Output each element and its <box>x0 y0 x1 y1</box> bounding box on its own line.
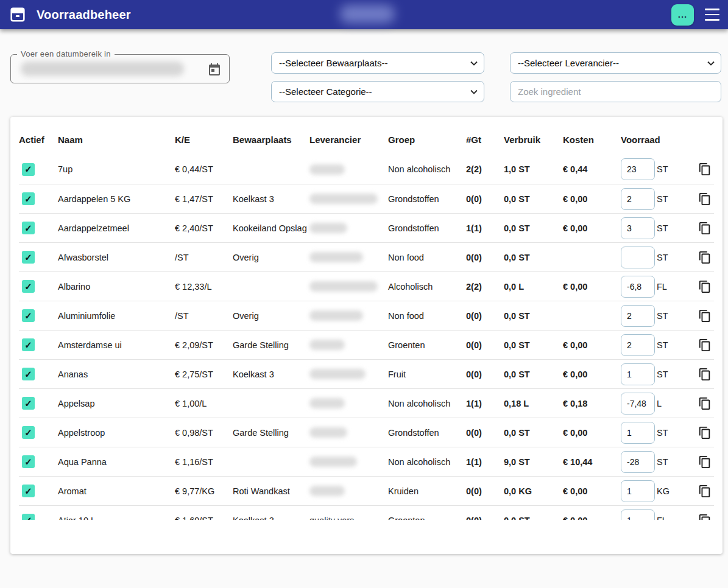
cell-ke: /ST <box>175 253 233 262</box>
voorraad-input[interactable] <box>621 247 655 268</box>
actief-checkbox[interactable]: ✓ <box>22 338 35 351</box>
bewaarplaats-select[interactable]: --Selecteer Bewaarplaats-- <box>271 52 484 74</box>
actief-checkbox[interactable]: ✓ <box>22 485 35 497</box>
cell-gt: 0(0) <box>466 253 504 262</box>
cell-ke: /ST <box>175 311 233 321</box>
copy-icon[interactable] <box>698 192 712 206</box>
copy-icon[interactable] <box>698 280 712 293</box>
cell-kosten: € 0,00 <box>563 340 621 350</box>
cell-gt: 0(0) <box>466 516 504 520</box>
voorraad-input[interactable] <box>621 158 655 180</box>
column-header: Naam <box>58 135 175 145</box>
cell-naam: Afwasborstel <box>58 253 175 262</box>
voorraad-input[interactable] <box>621 217 655 239</box>
actief-checkbox[interactable]: ✓ <box>22 368 35 380</box>
copy-icon[interactable] <box>698 222 712 235</box>
cell-naam: Ananas <box>58 369 175 379</box>
cell-bewaarplaats: Kookeiland Opslag <box>233 223 309 233</box>
table-row: ✓ Aluminiumfolie /ST Overig Non food 0(0… <box>19 301 714 330</box>
table-row: ✓ Aromat € 9,77/KG Roti Wandkast Kruiden… <box>19 476 714 505</box>
actief-checkbox[interactable]: ✓ <box>22 251 35 264</box>
copy-icon[interactable] <box>698 426 712 439</box>
inventory-card: ActiefNaamK/EBewaarplaatsLeverancierGroe… <box>10 117 723 554</box>
table-row: ✓ 7up € 0,44/ST Non alcoholisch 2(2) 1,0… <box>19 155 714 184</box>
cell-groep: Alcoholisch <box>388 282 466 292</box>
voorraad-input[interactable] <box>621 305 655 327</box>
actief-checkbox[interactable]: ✓ <box>22 455 35 468</box>
menu-icon[interactable] <box>705 9 719 21</box>
cell-naam: 7up <box>58 164 175 174</box>
cell-groep: Fruit <box>388 369 466 379</box>
cell-kosten: € 10,44 <box>563 457 621 467</box>
cell-groep: Grondstoffen <box>388 428 466 438</box>
actief-checkbox[interactable]: ✓ <box>22 192 35 205</box>
cell-leverancier <box>309 427 388 438</box>
cell-kosten: € 0,00 <box>563 194 621 204</box>
actief-checkbox[interactable]: ✓ <box>22 163 35 176</box>
actief-checkbox[interactable]: ✓ <box>22 426 35 439</box>
cell-naam: Aluminiumfolie <box>58 311 175 321</box>
voorraad-input[interactable] <box>621 509 655 520</box>
copy-icon[interactable] <box>698 163 712 176</box>
calendar-icon[interactable] <box>207 62 222 77</box>
more-actions-button[interactable]: ... <box>671 4 694 26</box>
voorraad-input[interactable] <box>621 363 655 385</box>
copy-icon[interactable] <box>698 514 712 520</box>
search-ingredient-input[interactable] <box>510 81 721 102</box>
actief-checkbox[interactable]: ✓ <box>22 280 35 293</box>
copy-icon[interactable] <box>698 251 712 264</box>
voorraad-input[interactable] <box>621 393 655 415</box>
cell-leverancier: quality vers... <box>309 516 388 520</box>
unit-label: ST <box>657 311 668 321</box>
cell-verbruik: 0,0 ST <box>504 340 563 350</box>
cell-kosten: € 0,00 <box>563 486 621 496</box>
cell-verbruik: 0,0 ST <box>504 428 563 438</box>
cell-ke: € 0,44/ST <box>175 164 233 174</box>
table-body: ✓ 7up € 0,44/ST Non alcoholisch 2(2) 1,0… <box>19 155 714 520</box>
cell-kosten: € 0,00 <box>563 223 621 233</box>
actief-checkbox[interactable]: ✓ <box>22 309 35 322</box>
redacted-leverancier <box>309 310 363 321</box>
table-row: ✓ Afwasborstel /ST Overig Non food 0(0) … <box>19 242 714 271</box>
leverancier-select[interactable]: --Selecteer Leverancier-- <box>510 52 721 74</box>
cell-bewaarplaats: Roti Wandkast <box>233 486 309 496</box>
cell-leverancier <box>309 164 388 175</box>
redacted-leverancier <box>309 281 378 292</box>
copy-icon[interactable] <box>698 309 712 323</box>
copy-icon[interactable] <box>698 368 712 381</box>
cell-groep: Grondstoffen <box>388 194 466 204</box>
date-range-field[interactable]: Voer een datumbereik in <box>10 54 230 83</box>
unit-label: ST <box>657 223 668 233</box>
copy-icon[interactable] <box>698 485 712 498</box>
cell-groep: Non alcoholisch <box>388 164 466 174</box>
redacted-leverancier <box>309 427 347 438</box>
voorraad-input[interactable] <box>621 422 655 444</box>
table-row: ✓ Albarino € 12,33/L Alcoholisch 2(2) 0,… <box>19 271 714 301</box>
voorraad-input[interactable] <box>621 480 655 502</box>
actief-checkbox[interactable]: ✓ <box>22 397 35 410</box>
cell-gt: 0(0) <box>466 340 504 350</box>
voorraad-input[interactable] <box>621 334 655 356</box>
voorraad-input[interactable] <box>621 276 655 298</box>
cell-leverancier <box>309 310 388 321</box>
copy-icon[interactable] <box>698 455 712 469</box>
column-header: Voorraad <box>621 135 696 145</box>
copy-icon[interactable] <box>698 397 712 410</box>
leverancier-text: quality vers... <box>309 516 361 520</box>
cell-verbruik: 0,0 ST <box>504 311 563 321</box>
cell-leverancier <box>309 457 388 467</box>
categorie-select[interactable]: --Selecteer Categorie-- <box>271 81 484 102</box>
actief-checkbox[interactable]: ✓ <box>22 514 35 520</box>
cell-verbruik: 9,0 ST <box>504 457 563 467</box>
voorraad-input[interactable] <box>621 451 655 473</box>
unit-label: L <box>657 399 662 408</box>
column-header: K/E <box>175 135 233 145</box>
voorraad-input[interactable] <box>621 188 655 210</box>
cell-ke: € 1,69/ST <box>175 516 233 520</box>
redacted-leverancier <box>309 340 345 350</box>
cell-verbruik: 0,0 L <box>504 282 563 292</box>
cell-gt: 2(2) <box>466 282 504 292</box>
actief-checkbox[interactable]: ✓ <box>22 222 35 234</box>
copy-icon[interactable] <box>698 338 712 352</box>
unit-label: ST <box>657 340 668 350</box>
